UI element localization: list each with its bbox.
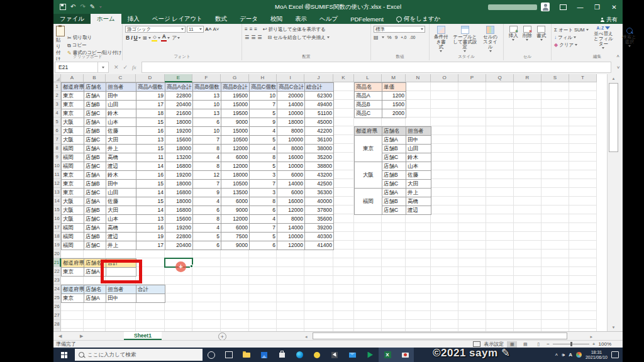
data-cell[interactable]: 49400 — [305, 101, 334, 109]
data-cell[interactable]: 4 — [250, 215, 277, 224]
data-cell[interactable]: 18000 — [165, 197, 193, 206]
data-cell[interactable]: 大阪 — [62, 215, 84, 224]
align-top-icon[interactable]: ≡ — [245, 26, 248, 32]
file-explorer-icon[interactable] — [238, 348, 255, 362]
data-cell[interactable]: 東京 — [62, 268, 84, 277]
data-cell[interactable]: 店舗C — [84, 241, 106, 250]
data-cell[interactable]: 店舗C — [84, 109, 106, 118]
row-header-18[interactable]: 18 — [53, 232, 61, 241]
data-cell[interactable]: 41400 — [305, 241, 334, 250]
row-header-4[interactable]: 4 — [53, 109, 61, 118]
header-cell[interactable]: 都道府県 — [62, 259, 84, 268]
data-cell[interactable]: 7 — [250, 180, 277, 189]
data-cell[interactable]: 東京 — [62, 92, 84, 101]
data-cell[interactable]: 大田 — [106, 206, 136, 215]
merged-area-cell[interactable]: 福岡 — [355, 189, 382, 215]
row-header-11[interactable]: 11 — [53, 170, 61, 179]
data-cell[interactable]: 店舗C — [84, 215, 106, 224]
header-cell[interactable]: 商品B合計 — [221, 83, 250, 92]
data-cell[interactable]: 店舗B — [84, 101, 106, 109]
data-cell[interactable]: 16000 — [277, 197, 305, 206]
data-cell[interactable]: 4 — [250, 145, 277, 153]
data-cell[interactable]: 13 — [193, 92, 221, 101]
data-cell[interactable]: 10500 — [221, 180, 250, 189]
mail-icon[interactable] — [343, 348, 361, 362]
collapse-ribbon-icon[interactable]: ˄ — [616, 53, 619, 59]
data-cell[interactable]: 山本 — [106, 215, 136, 224]
data-cell[interactable]: 1500 — [382, 101, 406, 109]
column-header-F[interactable]: F — [192, 74, 221, 82]
data-cell[interactable]: 13500 — [221, 189, 250, 197]
underline-button[interactable]: U — [134, 35, 138, 41]
enter-icon[interactable]: ✓ — [123, 64, 128, 70]
data-cell[interactable]: 18000 — [165, 180, 193, 189]
taskbar-clock[interactable]: 18:31 2021/06/10 — [586, 350, 608, 360]
merge-center-button[interactable]: ⊟セルを結合して中央揃え — [268, 34, 330, 41]
zoom-slider-thumb[interactable] — [570, 342, 572, 346]
name-box[interactable]: E21 — [55, 62, 98, 73]
cut-button[interactable]: ✂切り取り — [67, 35, 122, 41]
merged-area-cell[interactable]: 東京 — [355, 136, 382, 162]
data-cell[interactable]: 22800 — [165, 233, 193, 241]
data-cell[interactable]: 大阪 — [62, 127, 84, 136]
scroll-down-icon[interactable]: ▼ — [608, 323, 619, 331]
ime-indicator[interactable]: A — [569, 352, 572, 358]
data-cell[interactable]: 6 — [193, 118, 221, 127]
cell-styles-button[interactable]: セルのスタイル — [480, 26, 501, 52]
data-cell[interactable]: 佐藤 — [106, 127, 136, 136]
action-center-icon[interactable] — [611, 351, 619, 358]
maximize-button[interactable]: ❐ — [589, 0, 606, 14]
row-header-20[interactable]: 20 — [53, 250, 61, 258]
data-cell[interactable]: 36300 — [305, 189, 334, 197]
data-cell[interactable]: 6000 — [221, 197, 250, 206]
start-button[interactable] — [53, 348, 75, 362]
data-cell[interactable]: 店舗B — [84, 180, 106, 189]
data-cell[interactable]: 10 — [193, 127, 221, 136]
data-cell[interactable]: 38000 — [305, 145, 334, 153]
font-size-select[interactable]: 11 — [187, 26, 204, 33]
column-header-J[interactable]: J — [304, 74, 333, 82]
data-cell[interactable]: 10000 — [277, 162, 305, 171]
data-cell[interactable]: 35600 — [305, 215, 334, 224]
data-cell[interactable]: 51100 — [305, 109, 334, 118]
data-cell[interactable]: 7 — [250, 224, 277, 233]
column-header-L[interactable]: L — [354, 74, 382, 82]
data-cell[interactable]: 12000 — [221, 145, 250, 153]
data-cell[interactable]: 3 — [250, 171, 277, 180]
row-header-13[interactable]: 13 — [53, 188, 61, 197]
data-cell[interactable]: 商品B — [355, 101, 382, 109]
data-cell[interactable]: 店舗A — [382, 189, 406, 197]
tell-me-box[interactable]: 何をしますか — [390, 14, 447, 24]
data-cell[interactable]: 8 — [193, 162, 221, 171]
data-cell[interactable]: 2000 — [382, 109, 406, 118]
data-cell[interactable]: 16800 — [165, 206, 193, 215]
data-cell[interactable]: 16 — [136, 224, 165, 233]
data-cell[interactable]: 1200 — [382, 92, 406, 101]
header-cell[interactable]: 店舗名 — [84, 83, 106, 92]
data-cell[interactable]: 鈴木 — [106, 171, 136, 180]
header-cell[interactable]: 都道府県 — [355, 127, 382, 136]
align-bottom-icon[interactable]: ≡ — [254, 26, 257, 32]
data-cell[interactable]: 6 — [250, 241, 277, 250]
row-header-6[interactable]: 6 — [53, 126, 61, 135]
data-cell[interactable]: 15600 — [165, 136, 193, 145]
percent-style-icon[interactable]: % — [387, 35, 392, 40]
data-cell[interactable]: 店舗A — [382, 162, 406, 171]
comma-style-icon[interactable]: 9 — [395, 35, 397, 40]
data-cell[interactable]: 8000 — [277, 145, 305, 153]
tab-表示[interactable]: 表示 — [289, 14, 313, 24]
data-cell[interactable]: 5 — [250, 162, 277, 171]
name-box-dropdown-icon[interactable] — [98, 62, 109, 73]
data-cell[interactable]: 山田 — [106, 101, 136, 109]
data-cell[interactable]: 16 — [136, 171, 165, 180]
scroll-right-icon[interactable]: ▸ — [590, 333, 592, 340]
column-header-R[interactable]: R — [514, 74, 541, 82]
data-cell[interactable]: 10500 — [221, 136, 250, 145]
data-cell[interactable]: 大阪 — [62, 206, 84, 215]
data-cell[interactable]: 大阪 — [62, 118, 84, 127]
data-cell[interactable]: 14000 — [277, 224, 305, 233]
data-cell[interactable]: 店舗C — [84, 136, 106, 145]
data-cell[interactable]: 鈴木 — [406, 153, 431, 162]
column-header-C[interactable]: C — [106, 74, 136, 82]
merged-area-cell[interactable]: 大阪 — [355, 162, 382, 189]
